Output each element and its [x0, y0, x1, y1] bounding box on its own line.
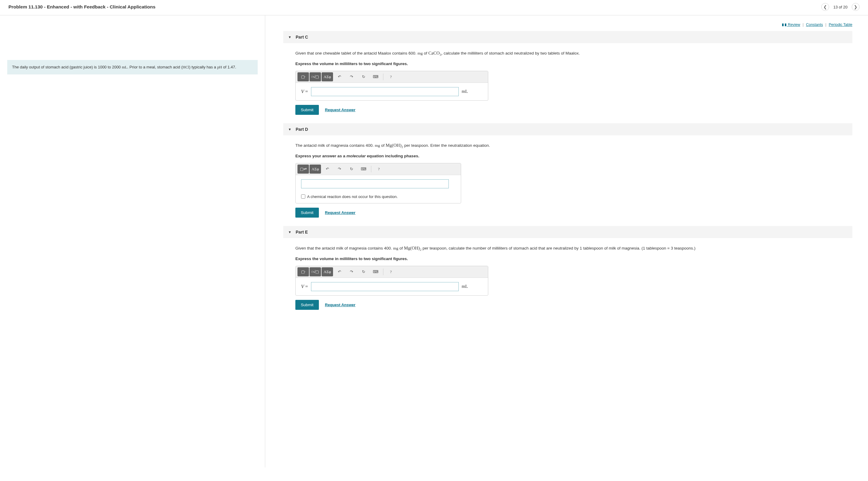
keyboard-button[interactable]: ⌨	[370, 267, 381, 276]
caret-down-icon: ▼	[288, 35, 291, 39]
problem-intro: The daily output of stomach acid (gastri…	[7, 60, 258, 74]
reset-button[interactable]: ↻	[358, 267, 369, 276]
problem-title: Problem 11.130 - Enhanced - with Feedbac…	[8, 4, 156, 10]
part-e-toolbar: ▢▫ □√▢ ΑΣφ ↶ ↷ ↻ ⌨ ?	[296, 266, 488, 278]
part-c-unit: mL	[462, 89, 468, 94]
part-d-submit[interactable]: Submit	[296, 207, 319, 218]
main-content: Review | Constants | Periodic Table ▼ Pa…	[265, 15, 868, 468]
part-e: ▼ Part E Given that the antacid milk of …	[283, 226, 852, 310]
template-button[interactable]: ▢▫	[298, 267, 309, 276]
part-c-toolbar: ▢▫ □√▢ ΑΣφ ↶ ↷ ↻ ⌨ ?	[296, 71, 488, 83]
part-e-unit: mL	[462, 284, 468, 289]
part-d-instruction: Express your answer as a molecular equat…	[296, 154, 852, 158]
resource-links: Review | Constants | Periodic Table	[283, 23, 852, 27]
part-c-question: Given that one chewable tablet of the an…	[296, 50, 852, 57]
part-e-header[interactable]: ▼ Part E	[283, 226, 852, 238]
periodic-table-link[interactable]: Periodic Table	[829, 23, 852, 27]
template-button[interactable]: ▢▫	[298, 72, 309, 82]
reaction-button[interactable]: ▢⇌	[298, 165, 309, 173]
part-e-title: Part E	[296, 230, 308, 234]
next-button[interactable]: ❯	[852, 3, 860, 11]
page-header: Problem 11.130 - Enhanced - with Feedbac…	[0, 0, 868, 15]
keyboard-button[interactable]: ⌨	[370, 72, 381, 82]
part-c-request-answer[interactable]: Request Answer	[325, 107, 355, 112]
pagination-nav: ❮ 13 of 20 ❯	[821, 3, 860, 11]
help-button[interactable]: ?	[385, 267, 397, 276]
sqrt-button[interactable]: □√▢	[310, 267, 321, 276]
redo-button[interactable]: ↷	[346, 267, 357, 276]
sqrt-button[interactable]: □√▢	[310, 72, 321, 82]
part-c-input[interactable]	[311, 87, 459, 96]
part-e-input[interactable]	[311, 282, 459, 291]
greek-button[interactable]: ΑΣφ	[321, 72, 333, 82]
review-link[interactable]: Review	[782, 23, 800, 27]
part-c-title: Part C	[296, 35, 308, 39]
part-c-variable: V =	[301, 89, 308, 94]
part-d-answer-box: ▢⇌ ΑΣφ ↶ ↷ ↻ ⌨ ? A chemical react	[296, 163, 461, 203]
part-d-question: The antacid milk of magnesia contains 40…	[296, 142, 852, 150]
book-icon	[782, 24, 786, 27]
sidebar: The daily output of stomach acid (gastri…	[0, 15, 265, 468]
constants-link[interactable]: Constants	[806, 23, 823, 27]
part-e-question: Given that the antacid milk of magnesia …	[296, 245, 852, 252]
part-d-request-answer[interactable]: Request Answer	[325, 211, 355, 215]
redo-button[interactable]: ↷	[346, 72, 357, 82]
part-e-instruction: Express the volume in milliliters to two…	[296, 256, 852, 261]
part-e-answer-box: ▢▫ □√▢ ΑΣφ ↶ ↷ ↻ ⌨ ? V = mL	[296, 266, 488, 296]
part-d-checkbox-label: A chemical reaction does not occur for t…	[307, 194, 398, 199]
part-d-title: Part D	[296, 127, 308, 132]
keyboard-button[interactable]: ⌨	[358, 165, 369, 173]
greek-button[interactable]: ΑΣφ	[321, 267, 333, 276]
part-d-toolbar: ▢⇌ ΑΣφ ↶ ↷ ↻ ⌨ ?	[296, 163, 461, 175]
part-d-no-reaction-checkbox[interactable]	[301, 194, 305, 199]
undo-button[interactable]: ↶	[334, 267, 345, 276]
undo-button[interactable]: ↶	[321, 165, 333, 173]
part-c: ▼ Part C Given that one chewable tablet …	[283, 31, 852, 115]
help-button[interactable]: ?	[373, 165, 384, 173]
part-d-input[interactable]	[301, 179, 449, 188]
caret-down-icon: ▼	[288, 127, 291, 131]
greek-button[interactable]: ΑΣφ	[310, 165, 321, 173]
reset-button[interactable]: ↻	[346, 165, 357, 173]
part-d-header[interactable]: ▼ Part D	[283, 123, 852, 135]
prev-button[interactable]: ❮	[821, 3, 829, 11]
part-e-submit[interactable]: Submit	[296, 300, 319, 310]
part-c-header[interactable]: ▼ Part C	[283, 31, 852, 43]
part-e-request-answer[interactable]: Request Answer	[325, 302, 355, 307]
pagination-text: 13 of 20	[833, 5, 847, 9]
part-c-instruction: Express the volume in milliliters to two…	[296, 62, 852, 66]
redo-button[interactable]: ↷	[334, 165, 345, 173]
part-d: ▼ Part D The antacid milk of magnesia co…	[283, 123, 852, 218]
undo-button[interactable]: ↶	[334, 72, 345, 82]
part-c-submit[interactable]: Submit	[296, 105, 319, 115]
reset-button[interactable]: ↻	[358, 72, 369, 82]
part-c-answer-box: ▢▫ □√▢ ΑΣφ ↶ ↷ ↻ ⌨ ? V = mL	[296, 71, 488, 101]
caret-down-icon: ▼	[288, 230, 291, 234]
help-button[interactable]: ?	[385, 72, 397, 82]
part-e-variable: V =	[301, 284, 308, 289]
